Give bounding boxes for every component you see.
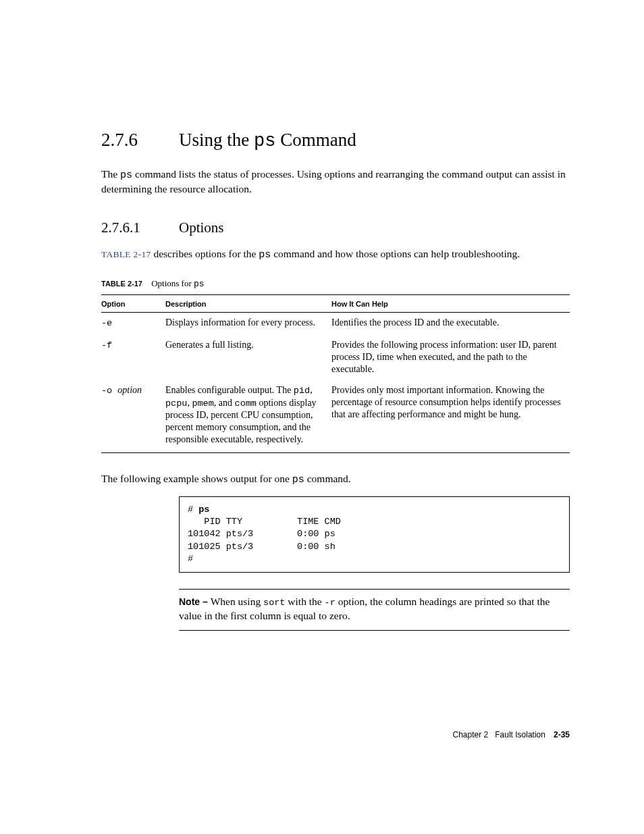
option-description: Enables configurable output. The pid, pc…	[165, 380, 331, 452]
footer-title: Fault Isolation	[495, 730, 545, 739]
table-xref-link[interactable]: TABLE 2-17	[101, 249, 151, 259]
text: command.	[304, 473, 351, 484]
command: ps	[198, 504, 209, 515]
subsection-heading: 2.7.6.1 Options	[101, 219, 570, 236]
option-flag: -f	[101, 340, 112, 350]
text: command lists the status of processes. U…	[101, 168, 566, 194]
output-line: 101042 pts/3 0:00 ps	[188, 529, 336, 539]
table-caption: TABLE 2-17 Options for ps	[101, 278, 570, 289]
table-row: -f Generates a full listing. Provides th…	[101, 335, 570, 381]
text: command and how those options can help t…	[271, 248, 520, 259]
options-table: Option Description How It Can Help -e Di…	[101, 294, 570, 452]
text: The following example shows output for o…	[101, 473, 292, 484]
output-line: PID TTY TIME CMD	[188, 517, 341, 527]
section-title-code: ps	[254, 131, 275, 151]
subsection-intro: TABLE 2-17 describes options for the ps …	[101, 247, 570, 262]
text: ,	[310, 385, 313, 395]
table-header-row: Option Description How It Can Help	[101, 295, 570, 313]
code: -o	[101, 386, 117, 396]
option-help: Identifies the process ID and the execut…	[331, 313, 570, 335]
subsection-title: Options	[179, 219, 224, 236]
footer-page-number: 2-35	[554, 730, 570, 739]
footer-chapter: Chapter 2	[453, 730, 489, 739]
option-description: Displays information for every process.	[165, 313, 331, 335]
text: , and	[214, 398, 235, 408]
example-intro: The following example shows output for o…	[101, 472, 570, 487]
text: When using	[211, 596, 263, 607]
option-flag: -e	[101, 318, 112, 328]
code: pid	[294, 386, 310, 396]
text: Enables configurable output. The	[165, 385, 294, 395]
prompt: #	[188, 554, 193, 564]
option-arg: option	[117, 385, 142, 395]
text: describes options for the	[151, 248, 259, 259]
code: ps	[292, 474, 304, 486]
section-title-pre: Using the	[179, 130, 254, 150]
code: pmem	[192, 398, 213, 409]
section-title-post: Command	[275, 130, 356, 150]
table-header-description: Description	[165, 295, 331, 313]
section-number: 2.7.6	[101, 130, 179, 151]
prompt: #	[188, 504, 198, 515]
table-row: -e Displays information for every proces…	[101, 313, 570, 335]
subsection-number: 2.7.6.1	[101, 219, 179, 236]
code: sort	[263, 598, 285, 608]
code: ps	[120, 170, 132, 181]
note-lead: Note –	[179, 596, 211, 607]
table-header-option: Option	[101, 295, 165, 313]
code: -r	[325, 598, 336, 608]
table-header-help: How It Can Help	[331, 295, 570, 313]
table-caption-text: Options for	[151, 278, 194, 288]
section-heading: 2.7.6 Using the ps Command	[101, 130, 570, 151]
code: pcpu	[165, 398, 187, 409]
option-help: Provides only most important information…	[331, 380, 570, 452]
section-title: Using the ps Command	[179, 130, 356, 151]
section-intro: The ps command lists the status of proce…	[101, 167, 570, 197]
code: comm	[235, 398, 257, 409]
option-description: Generates a full listing.	[165, 335, 331, 381]
page-footer: Chapter 2 Fault Isolation2-35	[453, 730, 570, 739]
option-flag: -o option	[101, 380, 165, 452]
output-line: 101025 pts/3 0:00 sh	[188, 542, 336, 552]
option-help: Provides the following process informati…	[331, 335, 570, 381]
text: The	[101, 168, 120, 180]
page: 2.7.6 Using the ps Command The ps comman…	[0, 0, 644, 834]
table-row: -o option Enables configurable output. T…	[101, 380, 570, 452]
code: ps	[259, 249, 271, 261]
note-block: Note – When using sort with the -r optio…	[179, 589, 570, 631]
table-caption-code: ps	[194, 279, 205, 289]
text: with the	[285, 596, 324, 607]
code-example: # ps PID TTY TIME CMD 101042 pts/3 0:00 …	[179, 496, 570, 573]
table-caption-tag: TABLE 2-17	[101, 280, 142, 288]
